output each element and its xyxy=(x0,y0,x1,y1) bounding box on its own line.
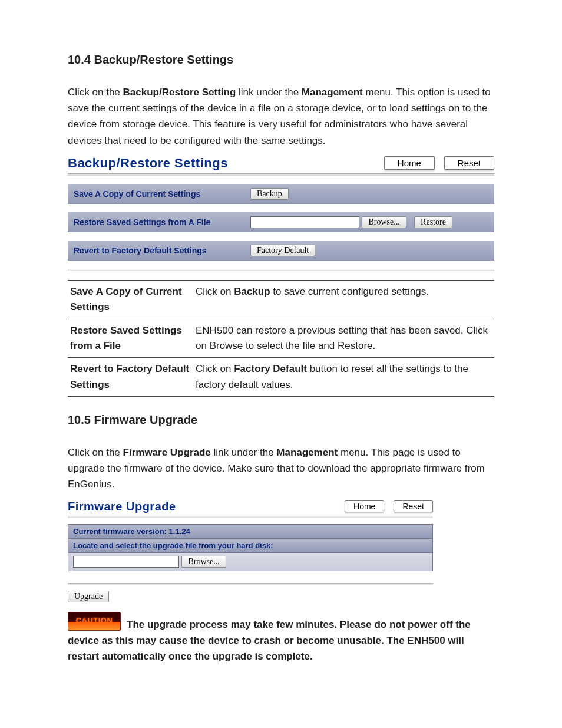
backup-restore-ui: Backup/Restore Settings Home Reset Save … xyxy=(68,156,494,271)
divider xyxy=(68,173,494,176)
t-bold: Management xyxy=(276,447,338,458)
section-105-intro: Click on the Firmware Upgrade link under… xyxy=(68,444,494,493)
definitions-table: Save A Copy of Current Settings Click on… xyxy=(68,280,494,397)
divider xyxy=(68,516,433,518)
save-copy-label: Save A Copy of Current Settings xyxy=(68,184,244,204)
t: link under the xyxy=(211,447,277,458)
caution-icon: CAUTION xyxy=(68,612,121,631)
t: Click on xyxy=(196,286,234,297)
def-term-save: Save A Copy of Current Settings xyxy=(68,280,193,319)
reset-button-fw[interactable]: Reset xyxy=(394,500,433,512)
t: Click on the xyxy=(68,87,123,98)
home-button-fw[interactable]: Home xyxy=(345,500,384,512)
t-bold: Backup xyxy=(234,286,270,297)
def-term-restore: Restore Saved Settings from a File xyxy=(68,319,193,358)
restore-button[interactable]: Restore xyxy=(414,216,452,228)
divider xyxy=(68,269,494,271)
firmware-file-input[interactable] xyxy=(73,556,179,568)
restore-label: Restore Saved Settings from A File xyxy=(68,212,244,232)
divider xyxy=(68,583,433,585)
reset-button[interactable]: Reset xyxy=(444,156,494,170)
def-desc-save: Click on Backup to save current configur… xyxy=(193,280,494,319)
factory-default-button[interactable]: Factory Default xyxy=(250,245,315,256)
ui-title-firmware: Firmware Upgrade xyxy=(68,500,176,513)
ui-title-backup: Backup/Restore Settings xyxy=(68,156,228,171)
def-desc-revert: Click on Factory Default button to reset… xyxy=(193,358,494,397)
t: link under the xyxy=(236,87,302,98)
t: Click on xyxy=(196,363,234,374)
firmware-locate-label: Locate and select the upgrade file from … xyxy=(68,539,432,553)
section-heading-105: 10.5 Firmware Upgrade xyxy=(68,413,494,427)
upgrade-button[interactable]: Upgrade xyxy=(68,591,109,602)
firmware-box: Current firmware version: 1.1.24 Locate … xyxy=(68,524,433,571)
def-term-revert: Revert to Factory Default Settings xyxy=(68,358,193,397)
browse-button-fw[interactable]: Browse... xyxy=(181,556,226,568)
section-104-intro: Click on the Backup/Restore Setting link… xyxy=(68,84,494,149)
t-bold: Management xyxy=(302,87,363,98)
t-bold: Backup/Restore Setting xyxy=(123,87,236,98)
restore-file-input[interactable] xyxy=(250,216,359,228)
def-desc-restore: ENH500 can restore a previous setting th… xyxy=(193,319,494,358)
t: Click on the xyxy=(68,447,123,458)
caution-badge-text: CAUTION xyxy=(68,614,120,627)
restore-row: Restore Saved Settings from A File Brows… xyxy=(68,212,494,232)
caution-text: The upgrade process may take few minutes… xyxy=(68,617,494,665)
t-bold: Factory Default xyxy=(234,363,307,374)
revert-label: Revert to Factory Default Settings xyxy=(68,241,244,261)
save-copy-row: Save A Copy of Current Settings Backup xyxy=(68,184,494,204)
firmware-version-label: Current firmware version: 1.1.24 xyxy=(68,525,432,539)
firmware-upgrade-ui: Firmware Upgrade Home Reset Current firm… xyxy=(68,500,433,602)
t-bold: Firmware Upgrade xyxy=(123,447,211,458)
section-heading-104: 10.4 Backup/Restore Settings xyxy=(68,53,494,67)
browse-button[interactable]: Browse... xyxy=(362,216,406,228)
backup-button[interactable]: Backup xyxy=(250,188,289,200)
t: to save current configured settings. xyxy=(270,286,429,297)
revert-row: Revert to Factory Default Settings Facto… xyxy=(68,241,494,261)
home-button[interactable]: Home xyxy=(384,156,435,170)
